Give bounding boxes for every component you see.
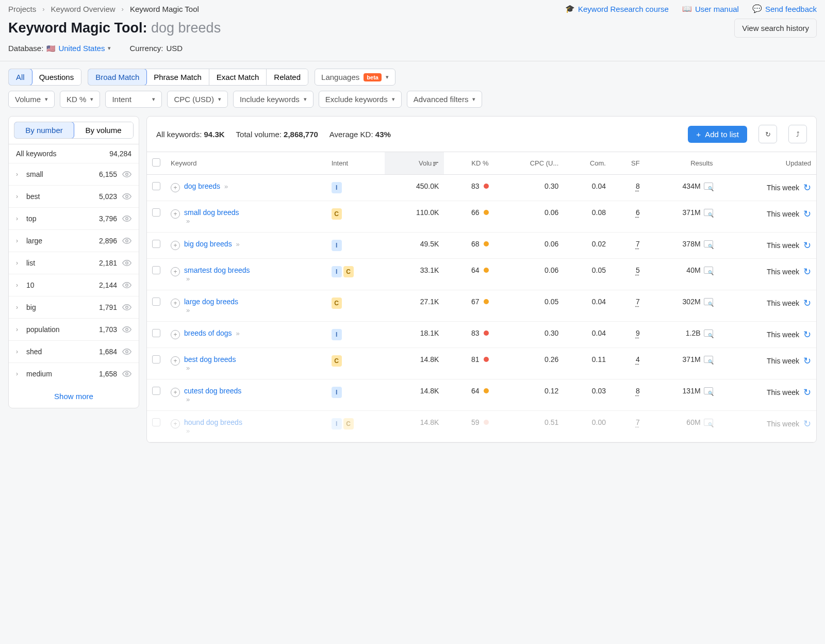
refresh-row-icon[interactable]: ↻	[803, 298, 811, 309]
row-checkbox[interactable]	[152, 329, 160, 337]
tab-phrase-match[interactable]: Phrase Match	[146, 69, 209, 85]
keyword-link[interactable]: big dog breeds	[184, 240, 232, 248]
refresh-button[interactable]: ↻	[758, 125, 777, 143]
add-keyword-icon[interactable]: +	[171, 267, 180, 276]
expand-icon[interactable]: »	[186, 395, 190, 403]
toggle-by-volume[interactable]: By volume	[74, 122, 133, 138]
keyword-link[interactable]: large dog breeds	[184, 298, 238, 306]
languages-dropdown[interactable]: Languages beta ▾	[315, 69, 395, 86]
add-keyword-icon[interactable]: +	[171, 241, 180, 250]
eye-icon[interactable]	[122, 369, 131, 378]
crumb-keyword-overview[interactable]: Keyword Overview	[51, 5, 116, 13]
keyword-link[interactable]: breeds of dogs	[184, 329, 232, 337]
serp-icon[interactable]	[704, 356, 713, 363]
sf-cell[interactable]: 8	[636, 182, 640, 190]
expand-icon[interactable]: »	[186, 217, 190, 225]
col-updated[interactable]: Updated	[718, 152, 816, 175]
select-all-checkbox[interactable]	[152, 158, 160, 167]
serp-icon[interactable]	[704, 329, 713, 337]
keyword-link[interactable]: hound dog breeds	[184, 418, 242, 426]
sf-cell[interactable]: 8	[636, 387, 640, 395]
database-selector[interactable]: Database: 🇺🇸 United States ▾	[8, 44, 111, 53]
eye-icon[interactable]	[122, 347, 131, 356]
add-keyword-icon[interactable]: +	[171, 419, 180, 428]
eye-icon[interactable]	[122, 214, 131, 223]
col-keyword[interactable]: Keyword	[166, 152, 326, 175]
keyword-link[interactable]: dog breeds	[184, 182, 220, 190]
refresh-row-icon[interactable]: ↻	[803, 387, 811, 398]
filter-exclude-keywords[interactable]: Exclude keywords▾	[319, 91, 402, 108]
eye-icon[interactable]	[122, 280, 131, 290]
refresh-row-icon[interactable]: ↻	[803, 266, 811, 277]
eye-icon[interactable]	[122, 170, 131, 179]
sidebar-item-big[interactable]: › big 1,791	[9, 296, 139, 318]
refresh-row-icon[interactable]: ↻	[803, 240, 811, 251]
keyword-link[interactable]: small dog breeds	[184, 208, 239, 217]
filter-include-keywords[interactable]: Include keywords▾	[233, 91, 314, 108]
sidebar-item-population[interactable]: › population 1,703	[9, 318, 139, 340]
link-research-course[interactable]: 🎓 Keyword Research course	[565, 4, 669, 13]
row-checkbox[interactable]	[152, 240, 160, 248]
filter-cpc[interactable]: CPC (USD)▾	[167, 91, 228, 108]
col-cpc[interactable]: CPC (U...	[494, 152, 564, 175]
serp-icon[interactable]	[704, 419, 713, 426]
row-checkbox[interactable]	[152, 266, 160, 274]
keyword-link[interactable]: best dog breeds	[184, 355, 236, 364]
keyword-link[interactable]: smartest dog breeds	[184, 266, 250, 274]
sf-cell[interactable]: 9	[636, 329, 640, 337]
row-checkbox[interactable]	[152, 298, 160, 306]
eye-icon[interactable]	[122, 192, 131, 201]
refresh-row-icon[interactable]: ↻	[803, 418, 811, 430]
sidebar-item-best[interactable]: › best 5,023	[9, 185, 139, 207]
expand-icon[interactable]: »	[186, 364, 190, 372]
serp-icon[interactable]	[704, 267, 713, 274]
eye-icon[interactable]	[122, 303, 131, 312]
add-keyword-icon[interactable]: +	[171, 209, 180, 219]
col-kd[interactable]: KD %	[444, 152, 493, 175]
sidebar-item-shed[interactable]: › shed 1,684	[9, 340, 139, 362]
serp-icon[interactable]	[704, 183, 713, 190]
expand-icon[interactable]: »	[186, 427, 190, 435]
keyword-link[interactable]: cutest dog breeds	[184, 387, 241, 395]
row-checkbox[interactable]	[152, 182, 160, 190]
serp-icon[interactable]	[704, 209, 713, 216]
sf-cell[interactable]: 7	[636, 418, 640, 426]
row-checkbox[interactable]	[152, 387, 160, 395]
tab-questions[interactable]: Questions	[32, 69, 81, 85]
refresh-row-icon[interactable]: ↻	[803, 329, 811, 340]
sidebar-item-top[interactable]: › top 3,796	[9, 207, 139, 229]
expand-icon[interactable]: »	[224, 183, 228, 190]
row-checkbox[interactable]	[152, 208, 160, 217]
add-keyword-icon[interactable]: +	[171, 388, 180, 397]
filter-volume[interactable]: Volume▾	[8, 91, 55, 108]
serp-icon[interactable]	[704, 387, 713, 394]
serp-icon[interactable]	[704, 240, 713, 247]
filter-advanced[interactable]: Advanced filters▾	[407, 91, 483, 108]
sidebar-all-keywords[interactable]: All keywords 94,284	[9, 144, 139, 163]
serp-icon[interactable]	[704, 298, 713, 305]
col-intent[interactable]: Intent	[326, 152, 385, 175]
col-volume[interactable]: Volu	[385, 152, 444, 175]
add-keyword-icon[interactable]: +	[171, 330, 180, 339]
expand-icon[interactable]: »	[236, 240, 240, 248]
toggle-by-number[interactable]: By number	[14, 122, 74, 139]
export-button[interactable]: ⤴	[788, 125, 807, 143]
view-search-history-button[interactable]: View search history	[734, 19, 817, 38]
add-keyword-icon[interactable]: +	[171, 299, 180, 308]
sidebar-item-list[interactable]: › list 2,181	[9, 252, 139, 274]
tab-exact-match[interactable]: Exact Match	[209, 69, 267, 85]
sf-cell[interactable]: 6	[636, 208, 640, 217]
tab-broad-match[interactable]: Broad Match	[88, 69, 147, 86]
show-more-button[interactable]: Show more	[9, 385, 139, 408]
eye-icon[interactable]	[122, 236, 131, 245]
row-checkbox[interactable]	[152, 418, 160, 426]
tab-related[interactable]: Related	[267, 69, 308, 85]
col-sf[interactable]: SF	[611, 152, 645, 175]
filter-kd[interactable]: KD %▾	[60, 91, 100, 108]
eye-icon[interactable]	[122, 325, 131, 334]
sidebar-item-medium[interactable]: › medium 1,658	[9, 362, 139, 385]
expand-icon[interactable]: »	[186, 306, 190, 314]
sf-cell[interactable]: 4	[636, 355, 640, 364]
sf-cell[interactable]: 7	[636, 240, 640, 248]
crumb-projects[interactable]: Projects	[8, 5, 36, 13]
